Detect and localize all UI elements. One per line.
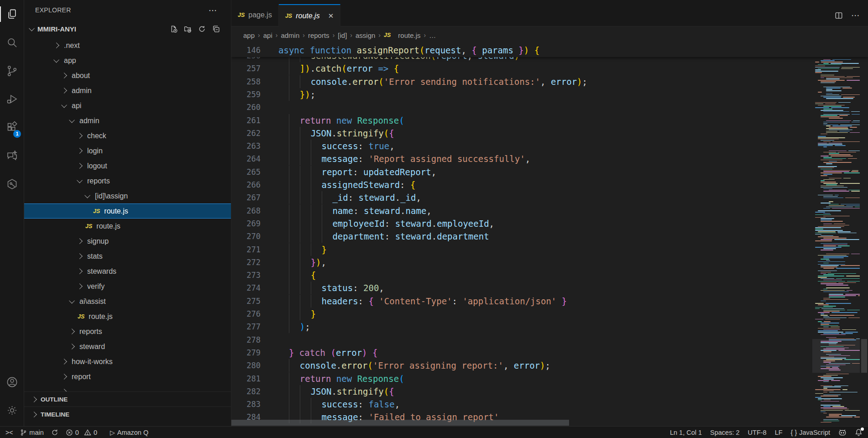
code-line-279[interactable]: 279} catch (error) { bbox=[231, 346, 868, 360]
problems-button[interactable]: 0 0 bbox=[66, 429, 97, 436]
sidebar-item-run-debug[interactable] bbox=[0, 85, 24, 113]
code-line-273[interactable]: 273{ bbox=[231, 269, 868, 282]
code-line-265[interactable]: 265report: updatedReport, bbox=[231, 166, 868, 179]
code-line-266[interactable]: 266assignedSteward: { bbox=[231, 178, 868, 192]
vertical-scrollbar[interactable] bbox=[861, 339, 867, 373]
code-editor[interactable]: 256sendStewardNotification(report, stewa… bbox=[231, 44, 868, 426]
tree-folder-steward[interactable]: steward bbox=[24, 339, 231, 354]
tree-folder-how-it-works[interactable]: how-it-works bbox=[24, 354, 231, 369]
sidebar-item-chat[interactable] bbox=[0, 141, 24, 170]
sidebar-item-search[interactable] bbox=[0, 28, 24, 57]
code-line-269[interactable]: 269employeeId: steward.employeeId, bbox=[231, 217, 868, 230]
sticky-code-line-146[interactable]: 146async function assignReport(request, … bbox=[231, 44, 868, 57]
code-line-257[interactable]: 257]).catch(error => { bbox=[231, 62, 868, 75]
code-line-259[interactable]: 259}); bbox=[231, 88, 868, 101]
notifications-button[interactable] bbox=[855, 428, 863, 436]
outline-section-header[interactable]: OUTLINE bbox=[24, 391, 231, 407]
sticky-scroll-line[interactable]: 146async function assignReport(request, … bbox=[231, 44, 868, 57]
breadcrumb-item[interactable]: assign bbox=[356, 31, 375, 39]
code-line-271[interactable]: 271} bbox=[231, 243, 868, 256]
code-line-281[interactable]: 281return new Response( bbox=[231, 372, 868, 386]
tree-folder-stewards[interactable]: stewards bbox=[24, 264, 231, 279]
tree-folder-[id]\assign[interactable]: [id]\assign bbox=[24, 188, 231, 203]
assistant-button[interactable] bbox=[838, 428, 847, 437]
breadcrumb-item[interactable]: api bbox=[263, 31, 272, 39]
code-line-260[interactable]: 260 bbox=[231, 101, 868, 114]
breadcrumb-item[interactable]: … bbox=[429, 31, 436, 39]
collapse-all-icon[interactable] bbox=[212, 25, 220, 33]
tree-folder-stats[interactable]: stats bbox=[24, 249, 231, 264]
eol-button[interactable]: LF bbox=[775, 429, 783, 436]
branch-button[interactable]: main bbox=[20, 429, 43, 436]
timeline-section-header[interactable]: TIMELINE bbox=[24, 407, 231, 422]
tree-folder-login[interactable]: login bbox=[24, 143, 231, 158]
code-line-283[interactable]: 283success: false, bbox=[231, 398, 868, 411]
braces-icon: { } bbox=[791, 429, 797, 436]
new-file-icon[interactable] bbox=[170, 25, 178, 33]
more-actions-icon[interactable]: ⋯ bbox=[851, 10, 860, 21]
tree-folder-ai\assist[interactable]: ai\assist bbox=[24, 294, 231, 309]
code-line-276[interactable]: 276} bbox=[231, 308, 868, 321]
code-line-268[interactable]: 268name: steward.name, bbox=[231, 204, 868, 218]
sidebar-item-hexagon-extension[interactable] bbox=[0, 170, 24, 198]
tree-folder-check[interactable]: check bbox=[24, 128, 231, 143]
code-line-278[interactable]: 278 bbox=[231, 334, 868, 347]
cursor-position-button[interactable]: Ln 1, Col 1 bbox=[670, 429, 702, 436]
tree-folder-api[interactable]: api bbox=[24, 98, 231, 113]
close-icon[interactable]: ✕ bbox=[328, 12, 334, 20]
sidebar-item-extensions[interactable]: 1 bbox=[0, 113, 24, 141]
explorer-more-actions-icon[interactable]: ⋯ bbox=[209, 5, 217, 16]
run-amazon-q-button[interactable]: ▷ Amazon Q bbox=[110, 429, 148, 436]
project-section-header[interactable]: MMIRI-ANYI bbox=[24, 20, 231, 38]
sidebar-item-source-control[interactable] bbox=[0, 57, 24, 85]
accounts-button[interactable] bbox=[0, 368, 24, 396]
tree-file-route.js[interactable]: JSroute.js bbox=[24, 309, 231, 324]
code-line-263[interactable]: 263success: true, bbox=[231, 140, 868, 153]
encoding-button[interactable]: UTF-8 bbox=[748, 429, 767, 436]
tree-folder-verify[interactable]: verify bbox=[24, 279, 231, 294]
code-line-272[interactable]: 272}), bbox=[231, 256, 868, 269]
breadcrumb-item[interactable]: app bbox=[243, 31, 255, 39]
new-folder-icon[interactable] bbox=[184, 25, 192, 33]
tree-folder-about[interactable]: about bbox=[24, 68, 231, 83]
code-line-264[interactable]: 264message: 'Report assigned successfull… bbox=[231, 152, 868, 166]
refresh-icon[interactable] bbox=[198, 25, 206, 33]
sync-button[interactable] bbox=[51, 429, 58, 436]
tab-page-js[interactable]: JS page.js bbox=[231, 4, 279, 26]
breadcrumb-item[interactable]: route.js bbox=[398, 31, 420, 39]
code-line-277[interactable]: 277); bbox=[231, 320, 868, 334]
breadcrumb-item[interactable]: [id] bbox=[338, 31, 347, 39]
code-line-275[interactable]: 275headers: { 'Content-Type': 'applicati… bbox=[231, 295, 868, 308]
breadcrumb-item[interactable]: reports bbox=[308, 31, 329, 39]
settings-button[interactable] bbox=[0, 396, 24, 424]
tree-folder-app[interactable]: app bbox=[24, 53, 231, 68]
code-line-280[interactable]: 280console.error('Error assigning report… bbox=[231, 359, 868, 372]
split-editor-icon[interactable] bbox=[835, 11, 843, 20]
code-line-267[interactable]: 267_id: steward._id, bbox=[231, 191, 868, 204]
tree-folder-item[interactable] bbox=[24, 384, 231, 391]
minimap-slider[interactable] bbox=[812, 339, 860, 373]
tree-folder-.next[interactable]: .next bbox=[24, 38, 231, 53]
tab-route-js[interactable]: JS route.js ✕ bbox=[279, 4, 340, 26]
horizontal-scrollbar[interactable] bbox=[231, 420, 569, 426]
tree-folder-admin[interactable]: admin bbox=[24, 113, 231, 128]
code-line-261[interactable]: 261return new Response( bbox=[231, 114, 868, 127]
code-line-258[interactable]: 258console.error('Error sending notifica… bbox=[231, 75, 868, 89]
tree-file-route.js[interactable]: JSroute.js bbox=[24, 203, 231, 219]
tree-folder-admin[interactable]: admin bbox=[24, 83, 231, 98]
sidebar-item-explorer[interactable] bbox=[0, 0, 24, 28]
tree-folder-report[interactable]: report bbox=[24, 369, 231, 384]
tree-folder-logout[interactable]: logout bbox=[24, 158, 231, 173]
tree-file-route.js[interactable]: JSroute.js bbox=[24, 219, 231, 234]
tree-folder-reports[interactable]: reports bbox=[24, 324, 231, 339]
code-line-282[interactable]: 282JSON.stringify({ bbox=[231, 385, 868, 398]
code-line-274[interactable]: 274status: 200, bbox=[231, 282, 868, 295]
remote-indicator-button[interactable]: >< bbox=[5, 429, 13, 436]
breadcrumb-item[interactable]: admin bbox=[281, 31, 299, 39]
tree-folder-reports[interactable]: reports bbox=[24, 173, 231, 188]
indentation-button[interactable]: Spaces: 2 bbox=[710, 429, 740, 436]
tree-folder-signup[interactable]: signup bbox=[24, 234, 231, 249]
language-mode-button[interactable]: { } JavaScript bbox=[791, 429, 830, 436]
code-line-262[interactable]: 262JSON.stringify({ bbox=[231, 127, 868, 140]
code-line-270[interactable]: 270department: steward.department bbox=[231, 230, 868, 243]
